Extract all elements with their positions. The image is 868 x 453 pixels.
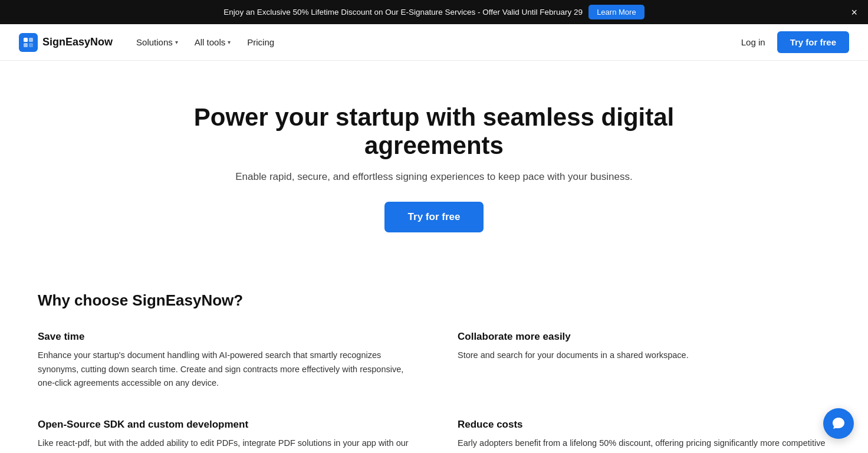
announcement-text: Enjoy an Exclusive 50% Lifetime Discount…: [223, 8, 583, 17]
why-section: Why choose SignEasyNow? Save time Enhanc…: [9, 268, 859, 453]
hero-section: Power your startup with seamless digital…: [169, 61, 699, 268]
feature-collaborate-desc: Store and search for your documents in a…: [458, 349, 830, 363]
feature-save-time-desc: Enhance your startup's document handling…: [38, 349, 410, 391]
feature-sdk-title: Open-Source SDK and custom development: [38, 419, 410, 431]
nav-right: Log in Try for free: [741, 31, 849, 53]
nav-item-solutions[interactable]: Solutions ▾: [136, 37, 178, 47]
hero-try-button[interactable]: Try for free: [384, 202, 484, 232]
nav-pricing-label: Pricing: [247, 37, 274, 47]
feature-reduce-costs: Reduce costs Early adopters benefit from…: [458, 419, 830, 453]
svg-rect-0: [24, 38, 28, 42]
svg-rect-2: [24, 43, 28, 47]
nav-solutions-label: Solutions: [136, 37, 173, 47]
feature-collaborate: Collaborate more easily Store and search…: [458, 331, 830, 391]
why-heading: Why choose SignEasyNow?: [38, 291, 830, 310]
chevron-down-icon: ▾: [228, 39, 231, 45]
feature-save-time-title: Save time: [38, 331, 410, 343]
feature-collaborate-title: Collaborate more easily: [458, 331, 830, 343]
nav-links: Solutions ▾ All tools ▾ Pricing: [136, 37, 274, 47]
feature-sdk: Open-Source SDK and custom development L…: [38, 419, 410, 453]
logo-link[interactable]: SignEasyNow: [19, 33, 113, 52]
nav-tools-label: All tools: [195, 37, 226, 47]
navbar: SignEasyNow Solutions ▾ All tools ▾ Pric…: [0, 24, 868, 61]
hero-heading: Power your startup with seamless digital…: [180, 103, 688, 160]
feature-sdk-desc: Like react-pdf, but with the added abili…: [38, 436, 410, 453]
chat-bubble-button[interactable]: [823, 408, 854, 439]
chevron-down-icon: ▾: [175, 39, 178, 45]
features-grid: Save time Enhance your startup's documen…: [38, 331, 830, 453]
logo-text: SignEasyNow: [42, 36, 113, 48]
announcement-bar: Enjoy an Exclusive 50% Lifetime Discount…: [0, 0, 868, 24]
svg-rect-3: [29, 43, 33, 47]
learn-more-button[interactable]: Learn More: [588, 5, 644, 19]
hero-subheading: Enable rapid, secure, and effortless sig…: [180, 171, 688, 183]
nav-item-tools[interactable]: All tools ▾: [195, 37, 231, 47]
svg-rect-1: [29, 38, 33, 42]
logo-icon: [19, 33, 38, 52]
close-announcement-button[interactable]: ×: [851, 7, 857, 18]
login-link[interactable]: Log in: [741, 37, 765, 47]
feature-save-time: Save time Enhance your startup's documen…: [38, 331, 410, 391]
nav-item-pricing[interactable]: Pricing: [247, 37, 274, 47]
feature-reduce-costs-title: Reduce costs: [458, 419, 830, 431]
nav-try-button[interactable]: Try for free: [777, 31, 849, 53]
feature-reduce-costs-desc: Early adopters benefit from a lifelong 5…: [458, 436, 830, 453]
